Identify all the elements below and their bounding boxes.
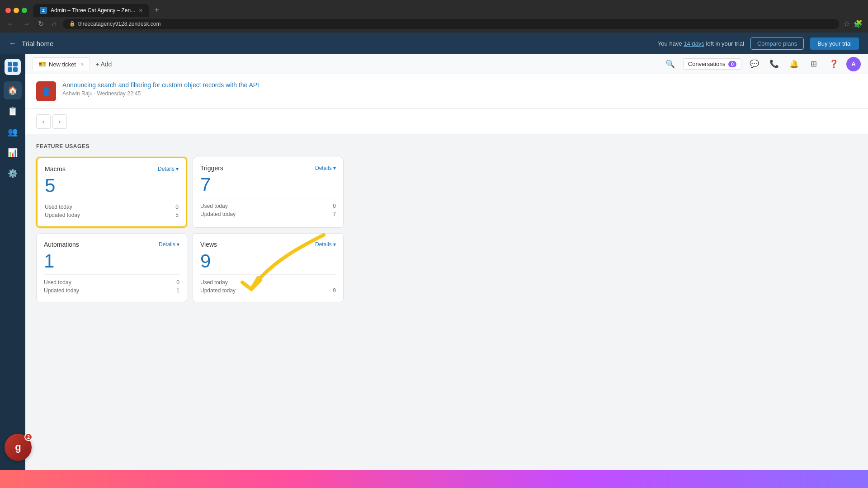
updated-today-row: Updated today 5	[45, 211, 179, 219]
maximize-light[interactable]	[22, 8, 27, 13]
phone-icon[interactable]: 📞	[767, 57, 781, 71]
sidebar-item-users[interactable]: 👥	[4, 123, 22, 141]
trial-text: You have 14 days left in your trial	[658, 40, 744, 47]
used-today-value: 0	[175, 204, 179, 210]
active-browser-tab[interactable]: Z Admin – Three Cat Agency – Zen... ×	[33, 4, 149, 17]
new-tab-button[interactable]: +	[151, 4, 163, 17]
conversations-label: Conversations	[688, 61, 726, 67]
top-bar-right: You have 14 days left in your trial Comp…	[658, 38, 859, 50]
chat-icon[interactable]: 💬	[747, 57, 761, 71]
tab-title: Admin – Three Cat Agency – Zen...	[51, 7, 135, 14]
usage-stats: Used today 0 Updated today 7	[200, 198, 336, 218]
sidebar-item-settings[interactable]: ⚙️	[4, 164, 22, 183]
sidebar: 🏠 📋 👥 📊 ⚙️	[0, 54, 25, 470]
back-arrow-icon[interactable]: ←	[9, 39, 16, 47]
usage-card-title: Views	[200, 241, 217, 248]
sidebar-item-home[interactable]: 🏠	[4, 81, 22, 99]
trial-home-label[interactable]: Trial home	[22, 40, 53, 47]
used-today-label: Used today	[44, 279, 71, 286]
home-nav-button[interactable]: ⌂	[50, 19, 58, 29]
usage-card-title: Automations	[44, 241, 79, 248]
updated-today-value: 7	[333, 211, 336, 217]
next-page-button[interactable]: ›	[52, 114, 67, 129]
conversations-button[interactable]: Conversations 0	[683, 58, 741, 70]
lock-icon: 🔒	[69, 21, 75, 27]
usage-stats: Used today Updated today 9	[200, 274, 336, 295]
used-today-label: Used today	[200, 203, 228, 209]
used-today-row: Used today 0	[44, 278, 179, 286]
updated-today-label: Updated today	[45, 212, 80, 218]
help-icon[interactable]: ❓	[826, 57, 841, 71]
refresh-nav-button[interactable]: ↻	[36, 19, 46, 29]
new-ticket-tab-label: New ticket	[49, 61, 76, 68]
compare-plans-button[interactable]: Compare plans	[750, 38, 804, 50]
tab-favicon: Z	[40, 7, 47, 14]
app-container: ← Trial home You have 14 days left in yo…	[0, 33, 868, 488]
updated-today-row: Updated today 9	[200, 286, 336, 295]
usage-card-macros: Macros Details ▾ 5 Used today 0 Updated …	[36, 157, 187, 228]
details-link[interactable]: Details ▾	[158, 166, 179, 172]
ticket-tab-icon: 🎫	[38, 61, 46, 68]
address-bar[interactable]: 🔒 threecatagency9128.zendesk.com	[63, 19, 839, 29]
usage-number: 5	[45, 176, 179, 195]
used-today-label: Used today	[200, 279, 228, 286]
top-bar: ← Trial home You have 14 days left in yo…	[0, 33, 868, 54]
usage-card-header: Macros Details ▾	[45, 165, 179, 173]
updated-today-row: Updated today 1	[44, 286, 179, 295]
usage-card-triggers: Triggers Details ▾ 7 Used today 0 Update…	[193, 157, 344, 228]
extensions-icon[interactable]: 🧩	[854, 19, 863, 28]
traffic-lights	[5, 8, 27, 13]
feature-usages-title: FEATURE USAGES	[36, 143, 857, 150]
add-button[interactable]: + Add	[92, 59, 115, 70]
forward-nav-button[interactable]: →	[21, 19, 32, 29]
conversations-badge: 0	[728, 61, 736, 67]
svg-rect-3	[13, 67, 18, 72]
tab-close-icon[interactable]: ×	[139, 7, 142, 14]
announce-author: Ashwin Raju	[62, 90, 93, 97]
announce-avatar: 👤	[36, 81, 56, 101]
main-area: 🏠 📋 👥 📊 ⚙️ 🎫 New ticket × + Add 🔍 Conver…	[0, 54, 868, 470]
gruvatar-inner: g	[15, 441, 21, 453]
prev-page-button[interactable]: ‹	[36, 114, 51, 129]
used-today-row: Used today 0	[200, 202, 336, 210]
updated-today-label: Updated today	[200, 211, 236, 217]
used-today-label: Used today	[45, 204, 72, 210]
usage-stats: Used today 0 Updated today 1	[44, 274, 179, 295]
announce-title[interactable]: Announcing search and filtering for cust…	[62, 81, 259, 89]
sidebar-item-reports[interactable]: 📊	[4, 144, 22, 162]
usage-card-header: Automations Details ▾	[44, 241, 179, 248]
sidebar-item-tickets[interactable]: 📋	[4, 102, 22, 120]
avatar[interactable]: A	[846, 57, 861, 71]
back-nav-button[interactable]: ←	[5, 19, 16, 29]
bottom-bar	[0, 470, 868, 488]
close-light[interactable]	[5, 8, 11, 13]
used-today-row: Used today 0	[45, 203, 179, 211]
usages-grid: Macros Details ▾ 5 Used today 0 Updated …	[36, 157, 344, 302]
usage-number: 9	[200, 252, 336, 271]
tab-bar: 🎫 New ticket × + Add 🔍 Conversations 0 💬…	[25, 54, 868, 74]
minimize-light[interactable]	[14, 8, 19, 13]
feature-usages-section: FEATURE USAGES Macros Details ▾ 5 Used t…	[25, 134, 868, 311]
gruvatar[interactable]: 2 g	[5, 434, 32, 461]
usage-card-views: Views Details ▾ 9 Used today Updated tod…	[193, 233, 344, 302]
browser-chrome: Z Admin – Three Cat Agency – Zen... × + …	[0, 0, 868, 33]
svg-rect-1	[13, 62, 18, 66]
updated-today-label: Updated today	[200, 287, 236, 294]
details-link[interactable]: Details ▾	[315, 165, 336, 171]
bookmark-icon[interactable]: ☆	[844, 19, 850, 28]
used-today-value: 0	[176, 279, 179, 286]
usage-card-title: Macros	[45, 165, 66, 173]
bell-icon[interactable]: 🔔	[787, 57, 801, 71]
grid-icon[interactable]: ⊞	[807, 57, 821, 71]
buy-trial-button[interactable]: Buy your trial	[810, 38, 859, 50]
tab-close-button[interactable]: ×	[80, 61, 84, 68]
search-icon[interactable]: 🔍	[663, 57, 678, 71]
details-link[interactable]: Details ▾	[315, 241, 336, 248]
details-link[interactable]: Details ▾	[159, 241, 179, 248]
usage-number: 1	[44, 252, 179, 271]
usage-card-automations: Automations Details ▾ 1 Used today 0 Upd…	[36, 233, 187, 302]
new-ticket-tab[interactable]: 🎫 New ticket ×	[33, 57, 90, 70]
content-area: 👤 Announcing search and filtering for cu…	[25, 74, 868, 470]
updated-today-value: 9	[333, 287, 336, 294]
trial-days-link[interactable]: 14 days	[684, 40, 704, 47]
